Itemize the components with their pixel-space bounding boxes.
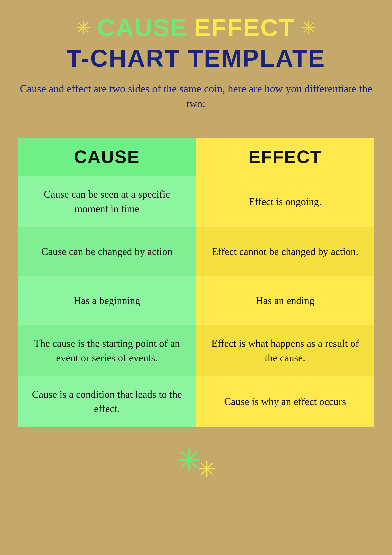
cause-cell-2: Cause can be changed by action	[18, 227, 196, 276]
cause-text-5: Cause is a condition that leads to the e…	[31, 387, 183, 416]
cause-text-1: Cause can be seen at a specific moment i…	[31, 187, 183, 216]
cause-text-3: Has a beginning	[74, 293, 140, 308]
effect-cell-5: Cause is why an effect occurs	[196, 376, 374, 427]
cause-text-4: The cause is the starting point of an ev…	[31, 336, 183, 365]
title-line1: ✳ CAUSE EFFECT ✳	[18, 13, 374, 42]
effect-cell-3: Has an ending	[196, 276, 374, 325]
subtitle: Cause and effect are two sides of the sa…	[18, 81, 374, 111]
effect-cell-4: Effect is what happens as a result of th…	[196, 325, 374, 376]
cause-cell-4: The cause is the starting point of an ev…	[18, 325, 196, 376]
title-line2: T-CHART TEMPLATE	[18, 44, 374, 72]
effect-text-5: Cause is why an effect occurs	[224, 394, 346, 409]
bottom-decoration: ✳ ✳	[176, 445, 216, 476]
cause-cell-3: Has a beginning	[18, 276, 196, 325]
star-icon-right: ✳	[301, 19, 316, 37]
title-cause: CAUSE	[97, 13, 187, 42]
star-icon-left: ✳	[76, 19, 91, 37]
effect-text-4: Effect is what happens as a result of th…	[209, 336, 361, 365]
effect-cell-1: Effect is ongoing.	[196, 176, 374, 227]
effect-text-2: Effect cannot be changed by action.	[212, 245, 358, 259]
cause-cell-1: Cause can be seen at a specific moment i…	[18, 176, 196, 227]
effect-text-1: Effect is ongoing.	[249, 195, 321, 209]
cause-text-2: Cause can be changed by action	[42, 245, 173, 259]
effect-cell-2: Effect cannot be changed by action.	[196, 227, 374, 276]
tchart: CAUSE EFFECT Cause can be seen at a spec…	[18, 138, 374, 427]
cause-column-header: CAUSE	[18, 138, 196, 176]
effect-column-header: EFFECT	[196, 138, 374, 176]
cause-cell-5: Cause is a condition that leads to the e…	[18, 376, 196, 427]
header-section: ✳ CAUSE EFFECT ✳ T-CHART TEMPLATE Cause …	[18, 13, 374, 124]
bottom-star-yellow: ✳	[198, 459, 216, 481]
effect-text-3: Has an ending	[256, 293, 314, 308]
title-effect: EFFECT	[194, 13, 295, 42]
